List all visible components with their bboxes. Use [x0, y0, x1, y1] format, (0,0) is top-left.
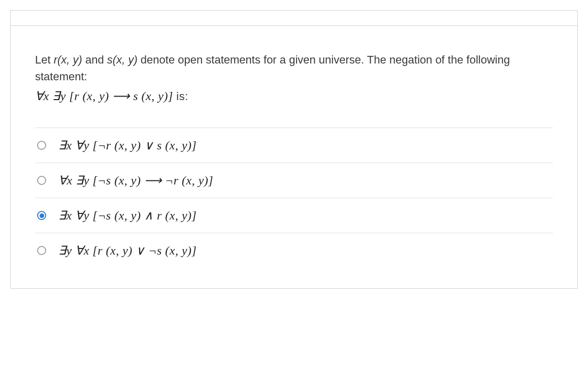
question-stem: Let r(x, y) and s(x, y) denote open stat…	[35, 51, 553, 85]
preamble-part1: Let	[35, 53, 54, 66]
option-formula: ∀x ∃y [¬s (x, y) ⟶ ¬r (x, y)]	[58, 173, 213, 188]
s-func: s(x, y)	[107, 53, 138, 66]
option-row[interactable]: ∃x ∀y [¬r (x, y) ∨ s (x, y)]	[35, 128, 553, 163]
option-formula: ∃x ∀y [¬r (x, y) ∨ s (x, y)]	[58, 138, 197, 152]
question-formula-row: ∀x ∃y [r (x, y) ⟶ s (x, y)] is:	[35, 89, 553, 103]
radio-button[interactable]	[37, 141, 46, 150]
radio-button[interactable]	[37, 176, 46, 185]
option-row[interactable]: ∃y ∀x [r (x, y) ∨ ¬s (x, y)]	[35, 233, 553, 268]
option-formula: ∃x ∀y [¬s (x, y) ∧ r (x, y)]	[58, 208, 197, 223]
preamble-part2: and	[82, 53, 107, 66]
r-func: r(x, y)	[54, 53, 82, 66]
options-list: ∃x ∀y [¬r (x, y) ∨ s (x, y)] ∀x ∃y [¬s (…	[35, 128, 553, 268]
question-box: Let r(x, y) and s(x, y) denote open stat…	[11, 25, 577, 288]
question-formula-suffix: is:	[173, 90, 188, 103]
question-formula: ∀x ∃y [r (x, y) ⟶ s (x, y)]	[35, 89, 173, 103]
option-row[interactable]: ∀x ∃y [¬s (x, y) ⟶ ¬r (x, y)]	[35, 163, 553, 198]
option-formula: ∃y ∀x [r (x, y) ∨ ¬s (x, y)]	[58, 243, 197, 258]
question-container: Let r(x, y) and s(x, y) denote open stat…	[10, 10, 578, 289]
option-row[interactable]: ∃x ∀y [¬s (x, y) ∧ r (x, y)]	[35, 198, 553, 233]
radio-button[interactable]	[37, 246, 46, 255]
top-spacer	[11, 10, 577, 25]
radio-button[interactable]	[37, 211, 46, 220]
